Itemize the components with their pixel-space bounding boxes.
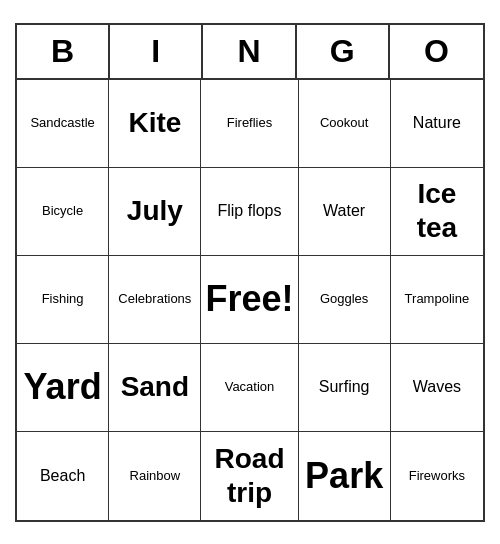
bingo-cell[interactable]: Sandcastle [17, 80, 109, 168]
cell-text: Fireworks [409, 468, 465, 484]
bingo-cell[interactable]: July [109, 168, 201, 256]
cell-text: Rainbow [130, 468, 181, 484]
cell-text: Bicycle [42, 203, 83, 219]
bingo-cell[interactable]: Fireworks [391, 432, 483, 520]
header-letter: N [203, 25, 296, 78]
header-letter: O [390, 25, 483, 78]
cell-text: Ice tea [395, 177, 479, 244]
bingo-grid: SandcastleKiteFirefliesCookoutNatureBicy… [17, 80, 483, 520]
bingo-cell[interactable]: Sand [109, 344, 201, 432]
header-letter: G [297, 25, 390, 78]
cell-text: Water [323, 201, 365, 220]
cell-text: Sandcastle [30, 115, 94, 131]
cell-text: Waves [413, 377, 461, 396]
bingo-cell[interactable]: Ice tea [391, 168, 483, 256]
bingo-card: BINGO SandcastleKiteFirefliesCookoutNatu… [15, 23, 485, 522]
cell-text: Trampoline [405, 291, 470, 307]
bingo-cell[interactable]: Goggles [299, 256, 391, 344]
bingo-header: BINGO [17, 25, 483, 80]
bingo-cell[interactable]: Beach [17, 432, 109, 520]
bingo-cell[interactable]: Rainbow [109, 432, 201, 520]
cell-text: Fishing [42, 291, 84, 307]
bingo-cell[interactable]: Surfing [299, 344, 391, 432]
bingo-cell[interactable]: Free! [201, 256, 298, 344]
bingo-cell[interactable]: Yard [17, 344, 109, 432]
bingo-cell[interactable]: Fishing [17, 256, 109, 344]
bingo-cell[interactable]: Waves [391, 344, 483, 432]
bingo-cell[interactable]: Trampoline [391, 256, 483, 344]
cell-text: Sand [121, 370, 189, 404]
cell-text: July [127, 194, 183, 228]
cell-text: Surfing [319, 377, 370, 396]
header-letter: B [17, 25, 110, 78]
bingo-cell[interactable]: Nature [391, 80, 483, 168]
cell-text: Kite [128, 106, 181, 140]
cell-text: Flip flops [217, 201, 281, 220]
cell-text: Yard [24, 365, 102, 408]
cell-text: Goggles [320, 291, 368, 307]
cell-text: Fireflies [227, 115, 273, 131]
bingo-cell[interactable]: Road trip [201, 432, 298, 520]
cell-text: Park [305, 454, 383, 497]
header-letter: I [110, 25, 203, 78]
cell-text: Nature [413, 113, 461, 132]
bingo-cell[interactable]: Bicycle [17, 168, 109, 256]
cell-text: Celebrations [118, 291, 191, 307]
cell-text: Free! [205, 277, 293, 320]
bingo-cell[interactable]: Water [299, 168, 391, 256]
cell-text: Road trip [205, 442, 293, 509]
bingo-cell[interactable]: Fireflies [201, 80, 298, 168]
bingo-cell[interactable]: Vacation [201, 344, 298, 432]
bingo-cell[interactable]: Celebrations [109, 256, 201, 344]
cell-text: Beach [40, 466, 85, 485]
bingo-cell[interactable]: Flip flops [201, 168, 298, 256]
bingo-cell[interactable]: Cookout [299, 80, 391, 168]
cell-text: Vacation [225, 379, 275, 395]
bingo-cell[interactable]: Kite [109, 80, 201, 168]
cell-text: Cookout [320, 115, 368, 131]
bingo-cell[interactable]: Park [299, 432, 391, 520]
